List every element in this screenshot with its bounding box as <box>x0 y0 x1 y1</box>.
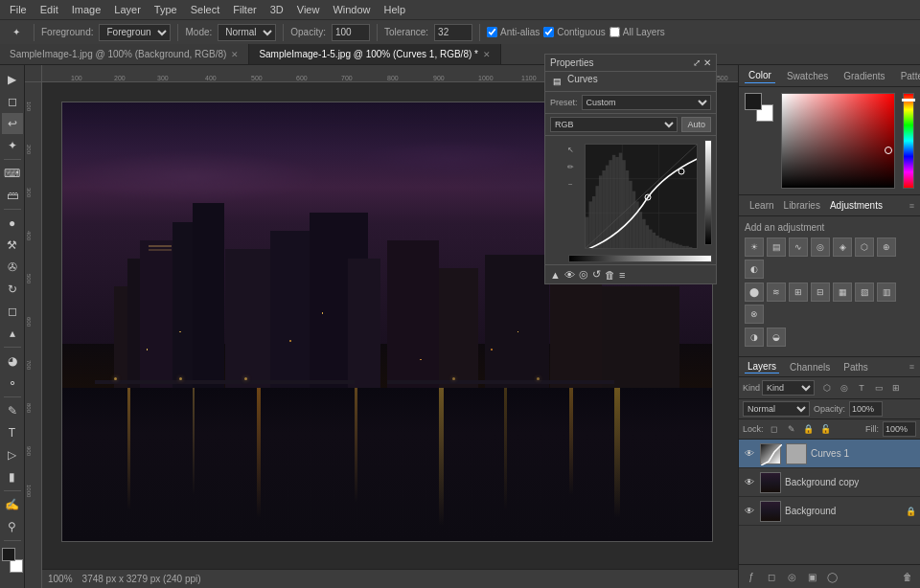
shadow-hl-adj[interactable]: ◑ <box>745 328 764 347</box>
hue-sat-adj[interactable]: ⬡ <box>855 237 874 257</box>
color-cursor[interactable] <box>885 147 892 154</box>
gradients-tab[interactable]: Gradients <box>840 69 888 83</box>
color-balance-adj[interactable]: ⊕ <box>877 237 896 257</box>
curves-clip-btn[interactable]: ▲ <box>550 269 561 281</box>
hand-tool[interactable]: ✍ <box>2 494 23 515</box>
mode-select[interactable]: Normal <box>218 24 276 41</box>
clone-tool[interactable]: ✇ <box>2 257 23 278</box>
menu-window[interactable]: Window <box>327 2 376 17</box>
anti-alias-check-group[interactable]: Anti-alias <box>487 27 540 37</box>
exposure-adj[interactable]: ◎ <box>811 237 830 257</box>
add-mask-btn[interactable]: ◻ <box>763 568 780 585</box>
new-layer-btn[interactable]: ◯ <box>823 568 840 585</box>
delete-layer-btn[interactable]: 🗑 <box>899 568 916 585</box>
menu-layer[interactable]: Layer <box>108 2 147 17</box>
type-tool[interactable]: T <box>2 422 23 443</box>
bw-adj[interactable]: ◐ <box>745 260 764 279</box>
patterns-tab[interactable]: Patterns <box>897 69 920 83</box>
curves-delete-btn[interactable]: 🗑 <box>605 269 615 281</box>
tab-close-btn[interactable]: ✕ <box>231 50 239 59</box>
hue-slider[interactable] <box>903 93 914 189</box>
menu-edit[interactable]: Edit <box>34 2 64 17</box>
curves-smooth-tool[interactable]: ~ <box>563 176 578 192</box>
healing-tool[interactable]: ● <box>2 213 23 234</box>
filter-adj-btn[interactable]: ◎ <box>837 380 852 396</box>
menu-filter[interactable]: Filter <box>227 2 262 17</box>
opacity-input[interactable] <box>332 24 370 41</box>
color-tab[interactable]: Color <box>745 68 775 83</box>
curves-pencil-tool[interactable]: ✏ <box>563 159 578 174</box>
vibrance-adj[interactable]: ◈ <box>833 237 852 257</box>
lock-image-btn[interactable]: ✎ <box>785 422 798 436</box>
crop-tool[interactable]: ⌨ <box>2 163 23 184</box>
curves-pointer-tool[interactable]: ↖ <box>563 142 578 157</box>
move-tool[interactable]: ▶ <box>2 69 23 90</box>
menu-help[interactable]: Help <box>379 2 412 17</box>
visibility-curves1[interactable]: 👁 <box>743 447 756 461</box>
eraser-tool[interactable]: ◻ <box>2 301 23 322</box>
menu-type[interactable]: Type <box>149 2 183 17</box>
blur-tool[interactable]: ◕ <box>2 351 23 372</box>
filter-type-btn[interactable]: T <box>854 380 869 396</box>
filter-pixel-btn[interactable]: ⬡ <box>819 380 835 396</box>
menu-view[interactable]: View <box>291 2 326 17</box>
posterize-adj[interactable]: ▦ <box>833 283 852 302</box>
preset-select[interactable]: Custom <box>582 95 711 110</box>
brightness-adj[interactable]: ☀ <box>745 237 764 257</box>
visibility-bg[interactable]: 👁 <box>743 505 756 518</box>
layer-bg[interactable]: 👁 Background 🔒 <box>739 497 920 526</box>
fill-value[interactable] <box>883 421 916 437</box>
blend-mode-select[interactable]: Normal <box>743 401 810 417</box>
visibility-bgcopy[interactable]: 👁 <box>743 476 756 489</box>
libraries-tab[interactable]: Libraries <box>779 198 825 213</box>
path-select-tool[interactable]: ▷ <box>2 444 23 465</box>
filter-shape-btn[interactable]: ▭ <box>871 380 886 396</box>
menu-image[interactable]: Image <box>66 2 107 17</box>
zoom-tool[interactable]: ⚲ <box>2 516 23 537</box>
anti-alias-checkbox[interactable] <box>487 27 497 37</box>
curves-adj[interactable]: ∿ <box>789 237 808 257</box>
threshold-adj[interactable]: ▧ <box>855 283 874 302</box>
curves-visibility-btn[interactable]: 👁 <box>564 269 575 281</box>
layers-tab[interactable]: Layers <box>745 360 779 373</box>
contiguous-check-group[interactable]: Contiguous <box>543 27 606 37</box>
foreground-select[interactable]: Foreground... <box>99 24 171 41</box>
channels-tab[interactable]: Channels <box>787 361 833 373</box>
menu-select[interactable]: Select <box>185 2 226 17</box>
pen-tool[interactable]: ✎ <box>2 400 23 421</box>
tolerance-input[interactable] <box>434 24 472 41</box>
color-lookup-adj[interactable]: ⊞ <box>789 283 808 302</box>
new-group-btn[interactable]: ▣ <box>803 568 820 585</box>
magic-wand-btn[interactable]: ✦ <box>2 135 23 156</box>
layer-curves1[interactable]: 👁 Curves 1 <box>739 440 920 468</box>
background-color-swatch[interactable] <box>10 559 23 573</box>
hdr-adj[interactable]: ◒ <box>767 328 786 347</box>
add-fx-btn[interactable]: ƒ <box>743 568 760 585</box>
lock-position-btn[interactable]: 🔒 <box>802 422 816 436</box>
adjustments-tab[interactable]: Adjustments <box>825 198 887 213</box>
channel-select[interactable]: RGB <box>550 117 678 132</box>
channel-mixer-adj[interactable]: ≋ <box>767 283 786 302</box>
curves-auto-btn[interactable]: Auto <box>681 117 711 132</box>
history-brush-tool[interactable]: ↻ <box>2 279 23 300</box>
adj-panel-menu[interactable]: ≡ <box>909 201 914 211</box>
lock-all-btn[interactable]: 🔓 <box>819 422 833 436</box>
gradient-map-adj[interactable]: ▥ <box>877 283 896 302</box>
add-adjustment-btn[interactable]: ◎ <box>783 568 800 585</box>
layer-kind-select[interactable]: Kind <box>762 380 815 396</box>
invert-adj[interactable]: ⊟ <box>811 283 830 302</box>
tab-sample1[interactable]: SampleImage-1.jpg @ 100% (Background, RG… <box>0 44 249 64</box>
curves-reset-btn[interactable]: ↺ <box>592 268 601 281</box>
layer-bgcopy[interactable]: 👁 Background copy <box>739 468 920 497</box>
curves-graph[interactable] <box>585 144 698 249</box>
color-spectrum[interactable] <box>781 93 895 189</box>
menu-file[interactable]: File <box>4 2 33 17</box>
tab-sample2[interactable]: SampleImage-1-5.jpg @ 100% (Curves 1, RG… <box>249 44 501 64</box>
levels-adj[interactable]: ▤ <box>767 237 786 257</box>
expand-icon[interactable]: ⤢ <box>693 57 701 68</box>
lock-transparent-btn[interactable]: ◻ <box>768 422 781 436</box>
layers-panel-menu[interactable]: ≡ <box>909 362 914 372</box>
foreground-color-swatch[interactable] <box>2 548 15 561</box>
menu-3d[interactable]: 3D <box>264 2 289 17</box>
curves-menu-btn[interactable]: ≡ <box>619 269 625 281</box>
